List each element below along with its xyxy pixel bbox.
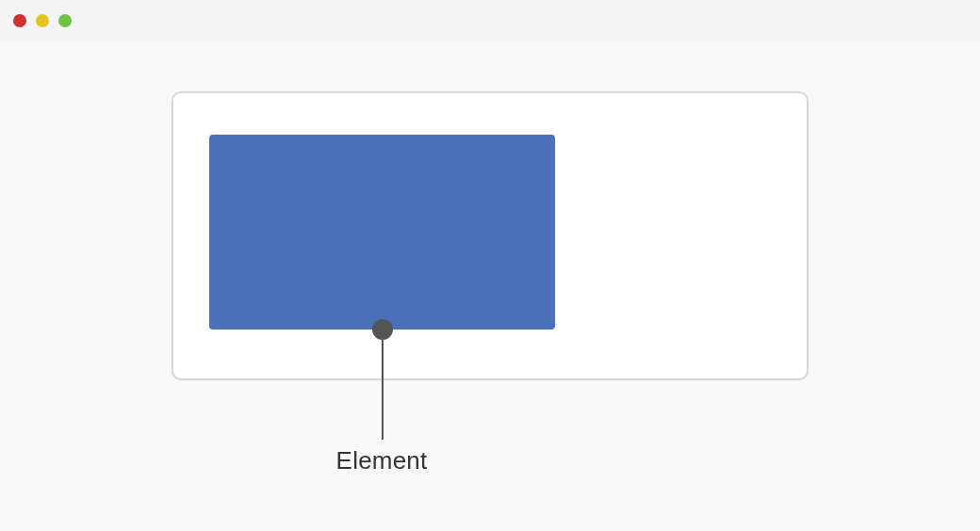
close-icon[interactable] xyxy=(13,14,26,27)
callout-label: Element xyxy=(335,446,429,475)
minimize-icon[interactable] xyxy=(36,14,49,27)
diagram-canvas: Element xyxy=(0,41,980,531)
window-titlebar xyxy=(0,0,980,41)
callout-dot-icon xyxy=(372,319,393,340)
element-box xyxy=(209,135,555,330)
zoom-icon[interactable] xyxy=(58,14,72,27)
callout-line xyxy=(382,339,384,440)
